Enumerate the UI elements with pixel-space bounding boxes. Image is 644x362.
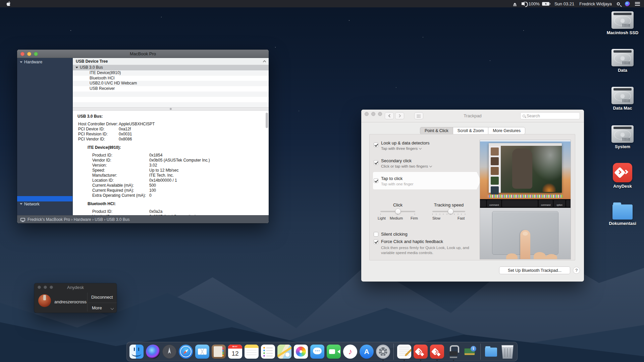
dock-anydesk-icon[interactable] bbox=[430, 345, 444, 359]
gesture-option[interactable]: Tap with three fingers bbox=[381, 146, 421, 150]
gesture-option[interactable]: Click or tap with two fingers bbox=[381, 164, 432, 168]
sidebar-item[interactable] bbox=[17, 165, 72, 170]
minimize-button[interactable] bbox=[27, 52, 31, 56]
dock-hardware-tool-icon[interactable] bbox=[446, 345, 461, 359]
disconnect-button[interactable]: Disconnect bbox=[91, 295, 113, 300]
dock-calendar-icon[interactable]: MAY 12 bbox=[228, 345, 242, 359]
sidebar-item[interactable] bbox=[17, 133, 72, 138]
collapse-chevron-icon[interactable] bbox=[263, 60, 266, 64]
tab-more-gestures[interactable]: More Gestures bbox=[488, 127, 525, 134]
sidebar-item[interactable] bbox=[17, 149, 72, 154]
sidebar-item[interactable] bbox=[17, 75, 72, 80]
apple-menu[interactable] bbox=[4, 1, 13, 6]
desktop-icon-data[interactable]: Data bbox=[605, 49, 640, 73]
sidebar-group-hardware[interactable]: Hardware bbox=[17, 59, 72, 65]
close-button[interactable] bbox=[38, 286, 41, 289]
sidebar-item[interactable] bbox=[17, 180, 72, 186]
desktop-icon-system[interactable]: System bbox=[605, 125, 640, 149]
zoom-button[interactable] bbox=[50, 286, 53, 289]
setup-bluetooth-trackpad-button[interactable]: Set Up Bluetooth Trackpad... bbox=[499, 266, 570, 274]
minimize-button[interactable] bbox=[44, 286, 47, 289]
close-button[interactable] bbox=[20, 52, 24, 56]
zoom-button[interactable] bbox=[378, 112, 382, 116]
sidebar-item[interactable] bbox=[17, 102, 72, 107]
desktop-icon-macintosh-ssd[interactable]: Macintosh SSD bbox=[605, 11, 640, 35]
desktop-icon-anydesk[interactable]: AnyDesk bbox=[605, 163, 640, 189]
sidebar-item[interactable] bbox=[17, 196, 72, 201]
volume-icon[interactable] bbox=[522, 2, 524, 5]
dock-messages-icon[interactable] bbox=[310, 345, 324, 359]
gesture-demo-video[interactable]: command command option bbox=[480, 140, 571, 259]
dock-safari-icon[interactable] bbox=[179, 345, 193, 359]
desktop-icon-dokumentasi[interactable]: Dokumentasi bbox=[605, 202, 640, 226]
sidebar-item[interactable] bbox=[17, 207, 72, 212]
sidebar-item[interactable] bbox=[17, 70, 72, 75]
dock-textedit-icon[interactable] bbox=[397, 345, 411, 359]
sidebar-item[interactable] bbox=[17, 128, 72, 133]
close-button[interactable] bbox=[365, 112, 369, 116]
sidebar-item[interactable] bbox=[17, 143, 72, 149]
tree-row-device[interactable]: USB2.0 UVC HD Webcam bbox=[73, 81, 269, 86]
dock-launchpad-icon[interactable] bbox=[162, 345, 176, 359]
sidebar-item[interactable] bbox=[17, 65, 72, 70]
disclosure-triangle-icon[interactable] bbox=[75, 67, 78, 68]
dock-maps-icon[interactable] bbox=[277, 345, 291, 359]
sidebar-item[interactable] bbox=[17, 138, 72, 144]
tree-row-device[interactable]: USB Receiver bbox=[73, 86, 269, 92]
sidebar-item[interactable] bbox=[17, 112, 72, 117]
lookup-checkbox[interactable] bbox=[374, 142, 378, 147]
siri-icon[interactable] bbox=[625, 1, 630, 6]
sidebar-item[interactable] bbox=[17, 117, 72, 123]
dock-system-information-icon[interactable] bbox=[463, 345, 477, 359]
dock-notes-icon[interactable] bbox=[245, 345, 259, 359]
tree-row-device[interactable]: Bluetooth HCI bbox=[73, 76, 269, 81]
dock-itunes-icon[interactable] bbox=[343, 345, 357, 359]
tree-row-device[interactable]: ITE Device(8910) bbox=[73, 70, 269, 76]
window-title-bar[interactable]: Anydesk bbox=[34, 283, 117, 291]
sidebar-item[interactable] bbox=[17, 170, 72, 175]
dock-contacts-icon[interactable] bbox=[212, 345, 226, 359]
silent-clicking-checkbox[interactable] bbox=[374, 232, 378, 237]
scrollbar-thumb[interactable] bbox=[266, 113, 268, 128]
sidebar-item[interactable] bbox=[17, 96, 72, 102]
window-title-bar[interactable]: MacBook Pro bbox=[17, 50, 269, 58]
sidebar-item[interactable] bbox=[17, 159, 72, 165]
tab-scroll-and-zoom[interactable]: Scroll & Zoom bbox=[453, 127, 489, 134]
dock-finder-icon[interactable] bbox=[129, 345, 144, 359]
minimize-button[interactable] bbox=[371, 112, 375, 116]
back-button[interactable] bbox=[385, 112, 394, 119]
zoom-button[interactable] bbox=[34, 52, 38, 56]
search-field[interactable] bbox=[520, 112, 580, 119]
window-title-bar[interactable]: Trackpad bbox=[361, 110, 584, 122]
click-slider[interactable] bbox=[380, 211, 415, 212]
sidebar-item[interactable] bbox=[17, 80, 72, 86]
sidebar-item[interactable] bbox=[17, 186, 72, 191]
dock-appstore-icon[interactable] bbox=[360, 345, 374, 359]
dock-trash-icon[interactable] bbox=[500, 345, 515, 359]
dock-system-preferences-icon[interactable] bbox=[376, 345, 390, 359]
sidebar-group-network[interactable]: Network bbox=[17, 201, 72, 207]
spotlight-icon[interactable] bbox=[617, 2, 620, 5]
battery-status[interactable]: 100% bbox=[529, 1, 549, 6]
dock-photos-icon[interactable] bbox=[294, 345, 308, 359]
eject-icon[interactable] bbox=[513, 3, 517, 5]
more-button[interactable]: More bbox=[92, 305, 102, 310]
dock-facetime-icon[interactable] bbox=[327, 345, 341, 359]
tracking-speed-slider[interactable] bbox=[432, 211, 465, 212]
pane-splitter[interactable] bbox=[73, 107, 269, 111]
notification-center-icon[interactable] bbox=[635, 2, 640, 6]
desktop-icon-data-mac[interactable]: Data Mac bbox=[605, 87, 640, 111]
tab-point-and-click[interactable]: Point & Click bbox=[420, 127, 453, 134]
tap-to-click-checkbox[interactable] bbox=[374, 178, 378, 183]
disclosure-triangle-icon[interactable] bbox=[20, 61, 22, 63]
dock-anydesk-icon[interactable] bbox=[414, 345, 428, 359]
sidebar-item[interactable] bbox=[17, 154, 72, 160]
sidebar-item[interactable] bbox=[17, 175, 72, 180]
dock-reminders-icon[interactable] bbox=[261, 345, 275, 359]
sidebar-item[interactable] bbox=[17, 123, 72, 128]
disclosure-triangle-icon[interactable] bbox=[20, 203, 22, 205]
dock-siri-icon[interactable] bbox=[146, 345, 160, 359]
show-all-button[interactable] bbox=[414, 112, 423, 119]
sidebar-item[interactable] bbox=[17, 212, 72, 215]
dock-downloads-folder-icon[interactable] bbox=[484, 345, 498, 359]
